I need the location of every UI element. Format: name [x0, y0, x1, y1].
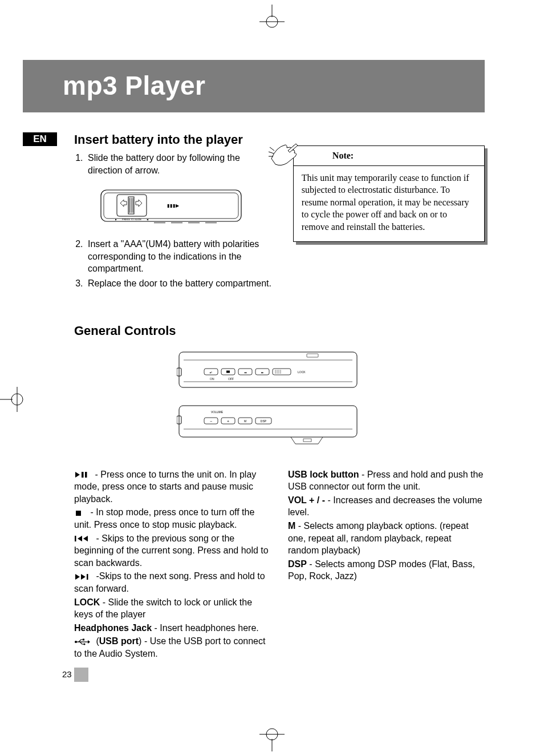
headphones-desc: - Insert headphones here.	[152, 623, 259, 633]
usb-port-label: USB port	[99, 636, 139, 646]
device-bottom-illustration: VOLUME − + M DSP	[177, 403, 359, 449]
note-title: Note:	[294, 146, 484, 166]
svg-text:−: −	[210, 419, 212, 423]
prev-icon	[74, 535, 90, 542]
usb-lock-label: USB lock button	[288, 470, 359, 479]
note-body: This unit may temporarily cease to funct…	[302, 172, 476, 233]
svg-text:▮▮▮▶: ▮▮▮▶	[167, 203, 180, 208]
svg-text:M: M	[244, 419, 246, 423]
svg-rect-62	[82, 472, 84, 478]
svg-text:VOLUME: VOLUME	[211, 410, 224, 414]
crop-mark-top	[255, 5, 289, 39]
next-desc: -Skips to the next song. Press and hold …	[74, 571, 265, 593]
svg-marker-17	[115, 219, 117, 221]
svg-rect-70	[87, 574, 88, 580]
svg-text:▶II: ▶II	[210, 371, 212, 374]
svg-line-24	[270, 147, 274, 151]
battery-steps-list-cont: Insert a "AAA"(UM4) battery with polarit…	[74, 238, 276, 289]
battery-door-illustration: PRESS TO SLIDE ▮▮▮▶	[100, 187, 242, 227]
controls-right-column: USB lock button - Press and hold and pus…	[288, 468, 485, 661]
step-2: Insert a "AAA"(UM4) battery with polarit…	[86, 238, 276, 275]
dsp-label: DSP	[288, 559, 307, 569]
svg-rect-35	[226, 370, 230, 373]
svg-marker-69	[81, 574, 86, 580]
m-desc: - Selects among playback options. (repea…	[288, 521, 469, 555]
svg-rect-60	[303, 439, 311, 442]
step-3: Replace the door to the battery compartm…	[86, 277, 276, 290]
svg-rect-73	[83, 639, 84, 641]
svg-marker-75	[88, 640, 90, 644]
language-badge: EN	[23, 132, 57, 146]
section-heading-battery: Insert battery into the player	[74, 132, 276, 147]
lock-desc: - Slide the switch to lock or unlick the…	[74, 597, 252, 620]
svg-marker-66	[78, 536, 82, 541]
play-pause-desc: - Press once to turns the unit on. In pl…	[74, 470, 256, 504]
stop-icon	[74, 510, 84, 516]
svg-text:DSP: DSP	[261, 419, 267, 423]
svg-line-25	[269, 152, 274, 153]
crop-mark-left	[0, 382, 26, 417]
svg-text:PRESS TO SLIDE: PRESS TO SLIDE	[122, 218, 141, 221]
page-number-box	[74, 668, 88, 682]
writing-hand-icon	[269, 142, 300, 167]
svg-marker-18	[147, 219, 148, 221]
play-pause-icon	[74, 471, 89, 478]
lock-label: LOCK	[74, 597, 100, 607]
svg-rect-48	[179, 406, 357, 437]
svg-marker-67	[83, 536, 88, 541]
svg-rect-64	[76, 511, 81, 516]
section-heading-controls: General Controls	[74, 324, 485, 338]
usb-icon	[74, 638, 90, 645]
step-1: Slide the battery door by following the …	[86, 152, 276, 176]
svg-text:▶▶: ▶▶	[261, 371, 264, 374]
prev-desc: - Skips to the previous song or the begi…	[74, 533, 269, 568]
svg-marker-61	[75, 472, 80, 478]
svg-rect-63	[85, 472, 87, 478]
page-title: mp3 Player	[63, 71, 205, 100]
dsp-desc: - Selects among DSP modes (Flat, Bass, P…	[288, 559, 475, 581]
vol-label: VOL + / -	[288, 495, 325, 505]
svg-rect-11	[117, 195, 147, 216]
m-label: M	[288, 521, 295, 531]
stop-desc: - In stop mode, press once to turn off t…	[74, 507, 254, 529]
page-number: 23	[62, 669, 72, 679]
headphones-label: Headphones Jack	[74, 623, 152, 633]
svg-text:OFF: OFF	[228, 377, 234, 381]
crop-mark-bottom	[255, 717, 289, 751]
svg-text:LOCK: LOCK	[298, 370, 306, 374]
svg-text:+: +	[227, 419, 229, 423]
page-title-bar: mp3 Player	[23, 60, 485, 112]
battery-steps-list: Slide the battery door by following the …	[74, 152, 276, 176]
svg-point-74	[83, 643, 85, 645]
svg-text:◀◀: ◀◀	[244, 371, 247, 374]
svg-marker-68	[75, 574, 80, 580]
svg-text:ON: ON	[210, 377, 214, 381]
note-box: Note: This unit may temporarily cease to…	[293, 145, 485, 242]
next-icon	[74, 573, 90, 580]
svg-rect-65	[75, 536, 76, 541]
svg-rect-27	[179, 352, 357, 387]
device-top-illustration: ▶II ◀◀ ▶▶ LOCK ON OFF	[177, 350, 359, 393]
controls-left-column: - Press once to turns the unit on. In pl…	[74, 468, 271, 661]
svg-rect-31	[307, 354, 318, 357]
